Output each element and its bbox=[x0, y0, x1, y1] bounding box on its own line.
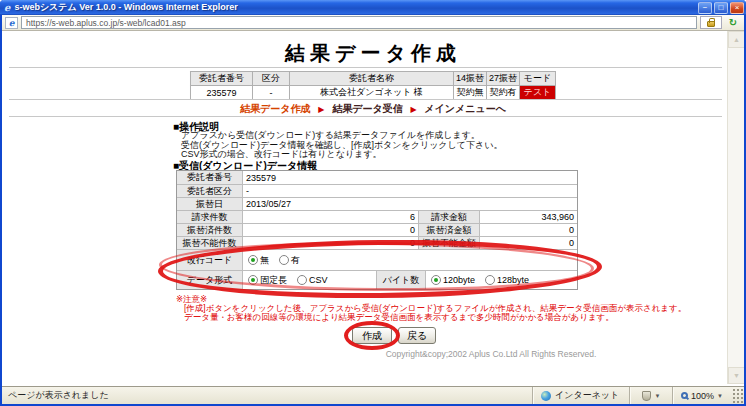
field-value: 6 bbox=[243, 211, 418, 223]
field-value: 0 bbox=[480, 237, 577, 249]
column-header: 区分 bbox=[252, 72, 289, 86]
field-label: 振替済金額 bbox=[418, 224, 480, 236]
client-table-header-row: 委託者番号 区分 委託者名称 14振替 27振替 モード bbox=[190, 72, 555, 86]
caution-note: ※注意※ [作成]ボタンをクリックした後、アプラスから受信(ダウンロード)するフ… bbox=[176, 295, 686, 322]
field-label: 振替済件数 bbox=[177, 224, 243, 236]
refresh-button[interactable]: ↻ bbox=[725, 16, 741, 29]
field-value: 235579 bbox=[243, 171, 577, 184]
trustee-number: 235579 bbox=[190, 86, 252, 100]
zoom-control[interactable]: 100% ▼ bbox=[673, 391, 731, 401]
protected-mode-button[interactable]: ▼ bbox=[630, 391, 672, 401]
mode-badge: テスト bbox=[520, 86, 556, 100]
field-value: 0 bbox=[243, 237, 418, 249]
radio-label: CSV bbox=[309, 275, 328, 285]
column-header: 14振替 bbox=[453, 72, 486, 86]
maximize-button[interactable]: □ bbox=[714, 2, 728, 14]
client-table-value-row: 235579 - 株式会社ダンゴネット 様 契約無 契約有 テスト bbox=[190, 86, 555, 100]
column-header: モード bbox=[520, 72, 556, 86]
radio-label: 128byte bbox=[497, 275, 529, 285]
bytes-radio-group: 120byte 128byte bbox=[426, 271, 577, 289]
status-message: ページが表示されました bbox=[2, 389, 532, 402]
table-row: 振替不能件数 0 振替不能金額 0 bbox=[177, 236, 577, 249]
browser-window: e s-webシステム Ver 1.0.0 - Windows Internet… bbox=[0, 0, 746, 406]
scroll-up-button[interactable]: ▲ bbox=[728, 31, 744, 48]
field-label: データ形式 bbox=[177, 271, 243, 289]
web-page: 結果データ作成 委託者番号 区分 委託者名称 14振替 27振替 モード 235… bbox=[2, 31, 744, 384]
divider bbox=[9, 99, 722, 100]
transfer14-status: 契約無 bbox=[453, 86, 486, 100]
caution-line: データ量・お客様の回線等の環境により結果データ受信画面を表示するまで多少時間がか… bbox=[184, 313, 686, 322]
radio-bytes-120[interactable] bbox=[431, 275, 441, 285]
resize-grip[interactable] bbox=[731, 389, 743, 403]
table-row: 請求件数 6 請求金額 343,960 bbox=[177, 210, 577, 223]
url-text: https://s-web.aplus.co.jp/s-web/lcad01.a… bbox=[26, 18, 186, 28]
table-row: 振替済件数 0 振替済金額 0 bbox=[177, 223, 577, 236]
breadcrumb-nav: 結果データ作成 ▶ 結果データ受信 ▶ メインメニューへ bbox=[2, 102, 744, 116]
radio-label: 固定長 bbox=[260, 274, 287, 287]
field-label: 振替日 bbox=[177, 198, 243, 210]
radio-bytes-128[interactable] bbox=[485, 275, 495, 285]
title-bar: e s-webシステム Ver 1.0.0 - Windows Internet… bbox=[0, 0, 746, 15]
shield-icon bbox=[642, 391, 651, 401]
radio-label: 120byte bbox=[443, 275, 475, 285]
arrow-right-icon: ▶ bbox=[318, 105, 324, 114]
field-value: 2013/05/27 bbox=[243, 198, 577, 210]
divider bbox=[9, 116, 722, 117]
transfer27-status: 契約有 bbox=[487, 86, 520, 100]
minimize-button[interactable]: − bbox=[698, 2, 712, 14]
radio-linefeed-yes[interactable] bbox=[279, 255, 289, 265]
nav-item-receive-result[interactable]: 結果データ受信 bbox=[332, 103, 402, 114]
radio-linefeed-none[interactable] bbox=[248, 255, 258, 265]
address-bar: e https://s-web.aplus.co.jp/s-web/lcad01… bbox=[2, 15, 744, 31]
nav-item-create-result[interactable]: 結果データ作成 bbox=[240, 103, 310, 114]
page-title: 結果データ作成 bbox=[2, 40, 744, 67]
table-row: 委託者番号 235579 bbox=[177, 171, 577, 184]
window-controls: − □ × bbox=[698, 2, 744, 14]
table-row: 委託者区分 - bbox=[177, 184, 577, 197]
vertical-scrollbar[interactable]: ▲ ▼ bbox=[727, 31, 744, 384]
radio-format-csv[interactable] bbox=[297, 275, 307, 285]
dropdown-arrow-icon: ▼ bbox=[717, 393, 723, 399]
scroll-down-button[interactable]: ▼ bbox=[728, 367, 744, 384]
field-value: 0 bbox=[243, 224, 418, 236]
trustee-name: 株式会社ダンゴネット 様 bbox=[289, 86, 453, 100]
kbn-value: - bbox=[252, 86, 289, 100]
dropdown-arrow-icon: ▼ bbox=[655, 393, 661, 399]
arrow-right-icon: ▶ bbox=[410, 105, 416, 114]
nav-item-main-menu[interactable]: メインメニューへ bbox=[424, 103, 506, 114]
download-info-table: 委託者番号 235579 委託者区分 - 振替日 2013/05/27 請求件数… bbox=[176, 170, 578, 290]
field-value: - bbox=[243, 185, 577, 197]
linefeed-radio-group: 無 有 bbox=[243, 250, 577, 270]
field-value: 0 bbox=[480, 224, 577, 236]
table-row-data-format: データ形式 固定長 CSV バイト数 bbox=[177, 270, 577, 289]
instructions-text: アプラスから受信(ダウンロード)する結果データファイルを作成します。 受信(ダウ… bbox=[181, 131, 502, 160]
table-row-linefeed-code: 改行コード 無 有 bbox=[177, 249, 577, 270]
status-bar: ページが表示されました インターネット ▼ 100% ▼ bbox=[2, 386, 744, 404]
close-button[interactable]: × bbox=[730, 2, 744, 14]
column-header: 委託者名称 bbox=[289, 72, 453, 86]
zoom-level: 100% bbox=[691, 391, 714, 401]
radio-label: 無 bbox=[260, 254, 269, 267]
radio-format-fixed[interactable] bbox=[248, 275, 258, 285]
field-label: 請求金額 bbox=[418, 211, 480, 223]
ie-logo-icon: e bbox=[4, 2, 10, 13]
table-row: 振替日 2013/05/27 bbox=[177, 197, 577, 210]
url-field[interactable]: https://s-web.aplus.co.jp/s-web/lcad01.a… bbox=[21, 16, 697, 29]
field-label: 振替不能金額 bbox=[418, 237, 480, 249]
back-button[interactable]: 戻る bbox=[398, 327, 436, 344]
ssl-lock-button[interactable] bbox=[700, 16, 722, 29]
field-value: 343,960 bbox=[480, 211, 577, 223]
create-button[interactable]: 作成 bbox=[352, 327, 392, 344]
field-label: バイト数 bbox=[376, 271, 426, 289]
padlock-icon bbox=[707, 21, 715, 27]
copyright: Copyright&copy;2002 Aplus Co.Ltd All Rig… bbox=[290, 349, 692, 359]
client-info-table: 委託者番号 区分 委託者名称 14振替 27振替 モード 235579 - 株式… bbox=[190, 71, 556, 100]
radio-label: 有 bbox=[291, 254, 300, 267]
refresh-icon: ↻ bbox=[729, 18, 737, 28]
zone-label: インターネット bbox=[555, 389, 619, 402]
field-label: 委託者区分 bbox=[177, 185, 243, 197]
window-title: s-webシステム Ver 1.0.0 - Windows Internet E… bbox=[14, 1, 698, 14]
column-header: 27振替 bbox=[487, 72, 520, 86]
field-label: 振替不能件数 bbox=[177, 237, 243, 249]
magnifier-icon bbox=[681, 392, 688, 399]
